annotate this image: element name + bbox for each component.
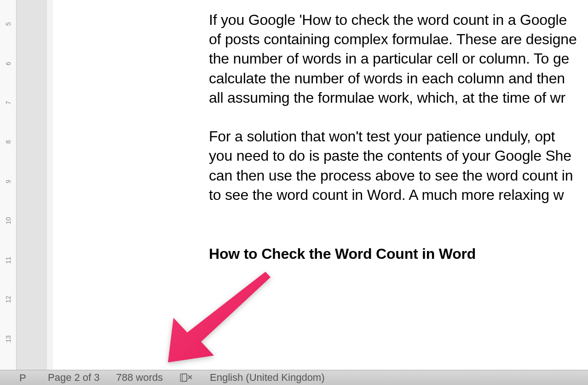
svg-rect-0 xyxy=(180,374,187,381)
ruler-tick-label: 11 xyxy=(4,257,12,264)
status-language[interactable]: English (United Kingdom) xyxy=(210,372,324,384)
ruler-tick-label: 10 xyxy=(4,217,12,224)
ruler-tick-label: 5 xyxy=(4,22,12,26)
document-text-line: can then use the process above to see th… xyxy=(209,166,588,185)
ruler-tick-label: 8 xyxy=(4,140,12,144)
document-heading: How to Check the Word Count in Word xyxy=(209,244,588,263)
vertical-ruler[interactable]: 5 6 7 8 9 10 11 12 13 xyxy=(0,0,17,370)
document-text-line: If you Google 'How to check the word cou… xyxy=(209,10,588,29)
page-edge xyxy=(47,0,52,370)
ruler-tick-label: 6 xyxy=(4,62,12,65)
status-corner-letter: P xyxy=(19,372,26,384)
status-page-count[interactable]: Page 2 of 3 xyxy=(48,372,100,384)
spellcheck-icon[interactable] xyxy=(179,373,193,383)
page-margin-gutter xyxy=(17,0,47,370)
ruler-tick-label: 13 xyxy=(4,335,12,343)
document-text-line: you need to do is paste the contents of … xyxy=(209,146,588,165)
document-text-line: For a solution that won't test your pati… xyxy=(209,127,588,146)
ruler-tick-label: 7 xyxy=(4,101,12,105)
ruler-tick-label: 9 xyxy=(4,180,12,183)
document-text-line: of posts containing complex formulae. Th… xyxy=(209,29,588,49)
document-text-line: to see the word count in Word. A much mo… xyxy=(209,185,588,204)
status-bar: P P Page 2 of 3 788 words English (Unite… xyxy=(0,370,588,385)
ruler-tick-label: 12 xyxy=(4,296,12,303)
document-text-line: the number of words in a particular cell… xyxy=(209,49,588,68)
document-paragraph: For a solution that won't test your pati… xyxy=(209,127,588,204)
document-canvas[interactable]: If you Google 'How to check the word cou… xyxy=(52,0,588,370)
document-text-line: calculate the number of words in each co… xyxy=(209,69,588,88)
document-text-line: all assuming the formulae work, which, a… xyxy=(209,88,588,107)
status-word-count[interactable]: 788 words xyxy=(116,372,163,384)
document-paragraph: If you Google 'How to check the word cou… xyxy=(209,10,588,107)
svg-rect-1 xyxy=(182,374,187,381)
